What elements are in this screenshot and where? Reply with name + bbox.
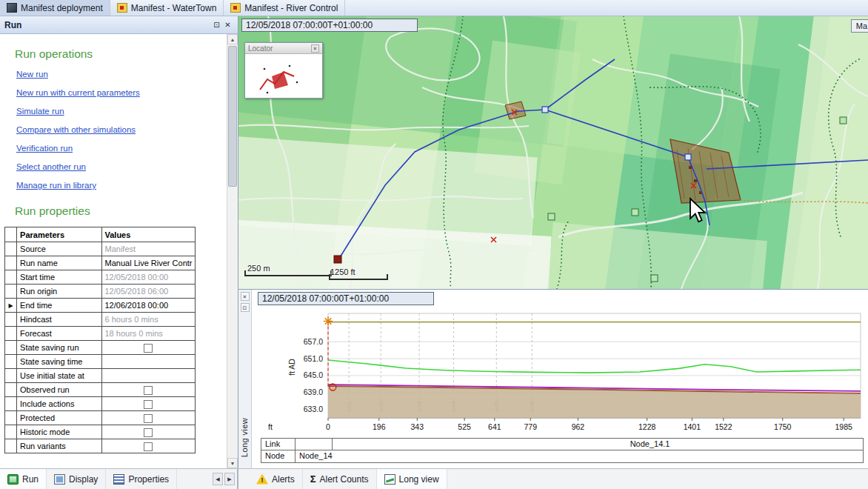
prop-name: Forecast: [17, 327, 101, 341]
prop-value-include-actions[interactable]: [101, 397, 196, 411]
prop-name: Hindcast: [17, 313, 101, 327]
scale-label-m: 250 m: [247, 264, 270, 273]
row-marker: [5, 425, 17, 439]
tab-properties[interactable]: Properties: [106, 469, 177, 489]
run-op-new-run-with-current-parameters[interactable]: New run with current parameters: [16, 88, 227, 97]
checkbox-historic-mode[interactable]: [144, 428, 153, 437]
longview-cell: Node_14: [296, 450, 863, 462]
run-op-compare-with-other-simulations[interactable]: Compare with other simulations: [16, 125, 227, 134]
longview-row-node: NodeNode_14: [261, 450, 863, 462]
window-tab-manifest-deployment[interactable]: Manifest deployment: [0, 0, 110, 16]
longview-node-table: LinkNode_14.1NodeNode_14: [261, 438, 864, 463]
tab-long-view[interactable]: Long view: [377, 469, 447, 489]
map-canvas[interactable]: [238, 16, 868, 289]
prop-value-hindcast[interactable]: 6 hours 0 mins: [101, 313, 196, 327]
run-op-verification-run[interactable]: Verification run: [16, 144, 227, 153]
pin-icon[interactable]: ⊡: [211, 21, 222, 29]
prop-row-end-time: ▶End time12/06/2018 00:00: [5, 299, 196, 313]
prop-name: End time: [17, 299, 101, 313]
svg-text:196: 196: [373, 422, 386, 431]
prop-value-run-origin[interactable]: 12/05/2018 06:00: [101, 285, 196, 299]
svg-text:962: 962: [572, 422, 585, 431]
prop-row-historic-mode: Historic mode: [5, 425, 196, 439]
svg-text:633.0: 633.0: [304, 405, 323, 413]
tab-run[interactable]: Run: [0, 469, 47, 489]
row-marker: [5, 327, 17, 341]
map-layers-button[interactable]: Ma: [851, 19, 868, 33]
checkbox-state-saving-run[interactable]: [144, 344, 153, 353]
run-op-select-another-run[interactable]: Select another run: [16, 162, 227, 171]
prop-value-start-time[interactable]: 12/05/2018 00:00: [101, 270, 196, 285]
props-header-parameters: Parameters: [17, 227, 101, 242]
row-marker: [5, 397, 17, 411]
map-view: 12/05/2018 07:00:00T+01:00:00 Ma Locator…: [238, 16, 868, 289]
tab-prev-icon[interactable]: ◀: [213, 473, 223, 485]
prop-name: Observed run: [17, 383, 101, 397]
tab-display[interactable]: Display: [47, 469, 106, 489]
prop-row-run-variants: Run variants: [5, 439, 196, 453]
map-icon: [230, 3, 241, 13]
properties-icon: [113, 474, 124, 485]
prop-value-end-time[interactable]: 12/06/2018 00:00: [101, 299, 196, 313]
svg-text:645.0: 645.0: [304, 370, 323, 379]
run-panel-scrollbar[interactable]: ▲ ▼: [227, 34, 238, 468]
window-tab-manifest-watertown[interactable]: Manifest - WaterTown: [110, 0, 224, 16]
scroll-down-icon[interactable]: ▼: [227, 458, 238, 468]
close-icon[interactable]: ✕: [222, 21, 233, 29]
mouse-cursor: [689, 197, 707, 225]
close-icon[interactable]: ✕: [311, 44, 319, 53]
scale-bar-ft: [329, 279, 388, 280]
prop-name: Use initial state at: [17, 369, 101, 383]
longview-vertical-tab[interactable]: Long view: [240, 418, 249, 457]
run-panel: Run ⊡ ✕ Run operations New runNew run wi…: [0, 16, 238, 468]
pin-icon[interactable]: ⊡: [241, 303, 250, 312]
run-op-new-run[interactable]: New run: [16, 70, 227, 79]
prop-value-forecast[interactable]: 18 hours 0 mins: [101, 327, 196, 341]
run-op-manage-run-in-library[interactable]: Manage run in library: [16, 181, 227, 190]
checkbox-observed-run[interactable]: [144, 386, 153, 395]
run-properties-table: ParametersValuesSourceManifestRun nameMa…: [4, 227, 196, 453]
svg-text:ft: ft: [268, 422, 273, 431]
prop-value-state-saving-run[interactable]: [101, 341, 196, 355]
locator-title: Locator: [248, 44, 311, 53]
row-marker: [5, 411, 17, 425]
checkbox-protected[interactable]: [144, 414, 153, 423]
tab-alerts[interactable]: Alerts: [249, 469, 303, 489]
tab-alert-counts[interactable]: ΣAlert Counts: [303, 469, 377, 489]
checkbox-run-variants[interactable]: [144, 442, 153, 451]
checkbox-include-actions[interactable]: [144, 400, 153, 409]
window-tab-manifest-river-control[interactable]: Manifest - River Control: [224, 0, 345, 16]
prop-name: Start time: [17, 270, 101, 285]
map-timestamp: 12/05/2018 07:00:00T+01:00:00: [241, 19, 418, 32]
props-header-row: ParametersValues: [5, 227, 196, 242]
run-op-simulate-run[interactable]: Simulate run: [16, 107, 227, 116]
close-icon[interactable]: ✕: [241, 292, 250, 301]
svg-text:ft AD: ft AD: [287, 359, 296, 376]
tab-next-icon[interactable]: ▶: [224, 473, 235, 485]
prop-value-state-saving-time[interactable]: [101, 355, 196, 369]
scale-label-ft: 1250 ft: [330, 267, 355, 276]
locator-window[interactable]: Locator ✕: [244, 42, 323, 99]
bottom-tabbar: RunDisplayProperties◀▶ AlertsΣAlert Coun…: [0, 468, 868, 489]
prop-value-run-variants[interactable]: [101, 439, 196, 453]
window-tab-label: Manifest - River Control: [244, 3, 338, 13]
prop-value-use-initial-state-at[interactable]: [101, 369, 196, 383]
panel-tabs-left: RunDisplayProperties◀▶: [0, 469, 238, 489]
prop-value-run-name[interactable]: Manual Live River Contr: [101, 256, 196, 270]
longview-cell: Node_14.1: [333, 439, 863, 450]
prop-name: State saving time: [17, 355, 101, 369]
run-panel-body: Run operations New runNew run with curre…: [0, 34, 227, 468]
panel-tabs-right: AlertsΣAlert CountsLong view: [238, 469, 447, 489]
longview-row-label: Node: [261, 450, 296, 462]
prop-value-source[interactable]: Manifest: [101, 242, 196, 256]
scrollbar-thumb[interactable]: [228, 46, 237, 187]
prop-row-source: SourceManifest: [5, 242, 196, 256]
prop-value-protected[interactable]: [101, 411, 196, 425]
tab-label: Properties: [128, 474, 169, 485]
prop-row-run-origin: Run origin12/05/2018 06:00: [5, 285, 196, 299]
svg-text:1985: 1985: [835, 422, 853, 431]
longview-chart[interactable]: 657.0651.0645.0639.0633.0x-#1x-#2x-#3x-#…: [252, 290, 868, 438]
prop-value-historic-mode[interactable]: [101, 425, 196, 439]
scroll-up-icon[interactable]: ▲: [227, 34, 238, 44]
prop-value-observed-run[interactable]: [101, 383, 196, 397]
